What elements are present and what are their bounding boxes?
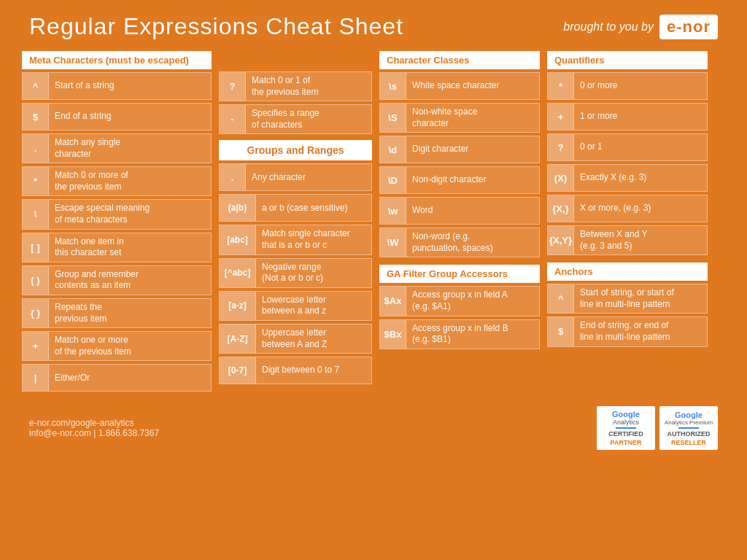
list-item: { } Repeats theprevious item bbox=[22, 298, 212, 328]
list-item: [ ] Match one item inthis character set bbox=[22, 233, 212, 262]
symbol: { } bbox=[23, 299, 49, 327]
symbol: [a-z] bbox=[220, 292, 256, 320]
symbol: ( ) bbox=[23, 266, 49, 295]
list-item: ? 0 or 1 bbox=[547, 133, 708, 161]
symbol: . bbox=[220, 164, 246, 190]
symbol: $ bbox=[23, 104, 49, 130]
symbol: . bbox=[23, 134, 49, 163]
list-item: | Either/Or bbox=[22, 364, 212, 392]
description: Match single characterthat is a or b or … bbox=[256, 225, 356, 254]
description: 0 or 1 bbox=[574, 139, 608, 156]
list-item: \ Escape special meaningof meta characte… bbox=[22, 199, 212, 229]
description: Match 0 or 1 ofthe previous item bbox=[246, 72, 324, 101]
symbol: + bbox=[548, 104, 574, 130]
description: Lowercase letterbetween a and z bbox=[256, 292, 332, 320]
symbol: \s bbox=[380, 73, 406, 99]
description: Digit between 0 to 7 bbox=[256, 362, 345, 379]
badge-authorized-text: AUTHORIZED bbox=[667, 430, 711, 438]
symbol: - bbox=[220, 105, 246, 133]
footer: e-nor.com/google-analytics info@e-nor.co… bbox=[0, 400, 747, 456]
symbol: $ bbox=[548, 317, 574, 346]
description: Exactly X (e.g. 3) bbox=[574, 169, 652, 187]
symbol: [A-Z] bbox=[220, 324, 256, 353]
symbol: (X) bbox=[548, 165, 574, 191]
description: Digit character bbox=[406, 141, 474, 158]
brand-prefix: brought to you by bbox=[563, 20, 654, 34]
description: Match 0 or more ofthe previous item bbox=[49, 167, 134, 195]
description: Access group x in field A(e.g. $A1) bbox=[406, 287, 514, 315]
symbol: + bbox=[23, 332, 49, 360]
description: 1 or more bbox=[574, 108, 623, 125]
description: Any character bbox=[246, 169, 311, 187]
badge-partner-text: PARTNER bbox=[611, 439, 642, 446]
symbol: ? bbox=[548, 134, 574, 160]
description: Match one item inthis character set bbox=[49, 233, 130, 262]
description: Start of a string bbox=[49, 77, 120, 95]
character-classes-header: Character Classes bbox=[379, 51, 540, 69]
brand-area: brought to you by e-nor bbox=[563, 15, 718, 39]
symbol: [abc] bbox=[220, 225, 256, 254]
description: Either/Or bbox=[49, 370, 96, 387]
list-item: [A-Z] Uppercase letterbetween A and Z bbox=[219, 324, 372, 354]
description: Negative range(Not a or b or c) bbox=[256, 259, 329, 287]
list-item: + Match one or moreof the previous item bbox=[22, 331, 212, 361]
list-item: \D Non-digit character bbox=[379, 166, 540, 194]
badge-certified-partner: Google Analytics CERTIFIED PARTNER bbox=[597, 406, 655, 450]
character-classes-column: Character Classes \s White space charact… bbox=[379, 51, 540, 394]
symbol: {X,Y} bbox=[548, 226, 574, 254]
symbol: \S bbox=[380, 104, 406, 132]
list-item: \s White space character bbox=[379, 72, 540, 100]
description: Non-word (e.g.punctuation, spaces) bbox=[406, 228, 499, 257]
symbol: \ bbox=[23, 200, 49, 228]
description: Specifies a rangeof characters bbox=[246, 105, 325, 133]
footer-line2: info@e-nor.com | 1.866.638.7367 bbox=[29, 428, 159, 438]
list-item: $Bx Access group x in field B(e.g. $B1) bbox=[379, 319, 540, 349]
page-title: Regular Expressions Cheat Sheet bbox=[29, 13, 403, 40]
list-item: + 1 or more bbox=[547, 103, 708, 131]
list-item: ? Match 0 or 1 ofthe previous item bbox=[219, 71, 372, 101]
main-content: Meta Characters (must be escaped) ^ Star… bbox=[0, 51, 747, 394]
ga-filter-header: GA Filter Group Accessors bbox=[379, 265, 540, 283]
description: a or b (case sensitive) bbox=[256, 200, 353, 217]
symbol: \W bbox=[380, 228, 406, 257]
description: White space character bbox=[406, 77, 505, 95]
symbol: {X,} bbox=[548, 195, 574, 222]
groups-ranges-header: Groups and Ranges bbox=[219, 140, 372, 160]
description: End of string, or end ofline in multi-li… bbox=[574, 317, 676, 346]
brand-logo: e-nor bbox=[659, 15, 718, 39]
description: Access group x in field B(e.g. $B1) bbox=[406, 320, 514, 349]
list-item: \S Non-white spacecharacter bbox=[379, 103, 540, 133]
list-item: {X,} X or more, (e.g. 3) bbox=[547, 195, 708, 222]
footer-line1: e-nor.com/google-analytics bbox=[29, 418, 159, 428]
description: Match any singlecharacter bbox=[49, 134, 126, 163]
symbol: \D bbox=[380, 167, 406, 193]
list-item: [abc] Match single characterthat is a or… bbox=[219, 225, 372, 254]
badge-google-text2: Google bbox=[675, 411, 703, 419]
page-container: Regular Expressions Cheat Sheet brought … bbox=[0, 0, 747, 456]
list-item: . Match any singlecharacter bbox=[22, 133, 212, 163]
quantifiers-column: Quantifiers * 0 or more + 1 or more ? 0 … bbox=[547, 51, 708, 394]
badge-authorized-reseller: Google Analytics Premium AUTHORIZED RESE… bbox=[659, 406, 718, 450]
badge-certified-text: CERTIFIED bbox=[608, 430, 643, 438]
list-item: ^ Start of string, or start ofline in mu… bbox=[547, 284, 708, 314]
list-item: [^abc] Negative range(Not a or b or c) bbox=[219, 258, 372, 288]
list-item: {X,Y} Between X and Y(e.g. 3 and 5) bbox=[547, 225, 708, 255]
list-item: ^ Start of a string bbox=[22, 72, 212, 100]
list-item: $Ax Access group x in field A(e.g. $A1) bbox=[379, 286, 540, 316]
meta-characters-header: Meta Characters (must be escaped) bbox=[22, 51, 212, 69]
description: Escape special meaningof meta characters bbox=[49, 200, 155, 228]
badge-reseller-text: RESELLER bbox=[671, 439, 706, 446]
header: Regular Expressions Cheat Sheet brought … bbox=[0, 0, 747, 47]
list-item: $ End of string, or end ofline in multi-… bbox=[547, 316, 708, 346]
groups-ranges-column: ? Match 0 or 1 ofthe previous item - Spe… bbox=[219, 51, 372, 394]
symbol: [^abc] bbox=[220, 259, 256, 287]
description: Non-digit character bbox=[406, 171, 492, 189]
description: Start of string, or start ofline in mult… bbox=[574, 284, 680, 313]
description: Non-white spacecharacter bbox=[406, 104, 483, 132]
description: Group and remembercontents as an item bbox=[49, 266, 144, 295]
description: Repeats theprevious item bbox=[49, 299, 112, 327]
badge-google-text: Google bbox=[612, 410, 640, 419]
symbol: \d bbox=[380, 136, 406, 163]
meta-characters-column: Meta Characters (must be escaped) ^ Star… bbox=[22, 51, 212, 394]
symbol: $Bx bbox=[380, 320, 406, 349]
